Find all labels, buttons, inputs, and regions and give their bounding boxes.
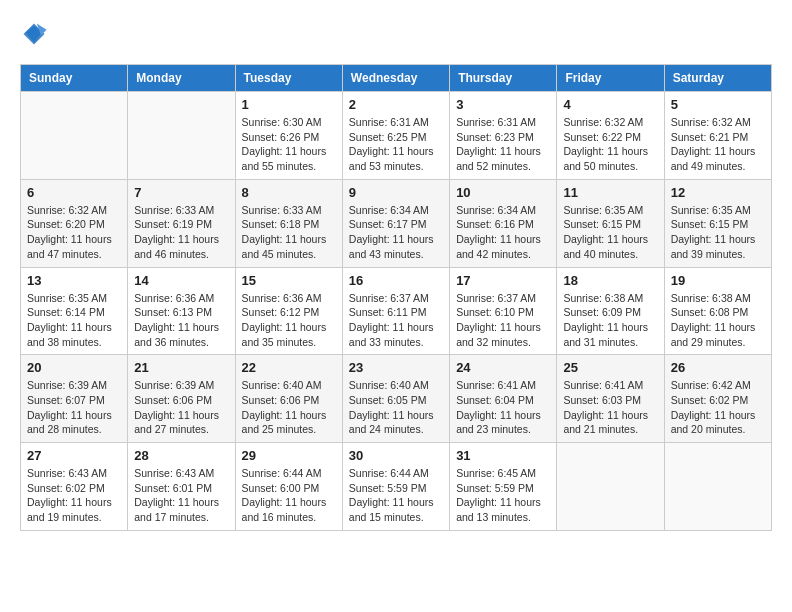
day-number: 16 <box>349 273 443 288</box>
day-info: Sunrise: 6:31 AMSunset: 6:25 PMDaylight:… <box>349 115 443 174</box>
calendar-cell: 15Sunrise: 6:36 AMSunset: 6:12 PMDayligh… <box>235 267 342 355</box>
calendar-week-3: 13Sunrise: 6:35 AMSunset: 6:14 PMDayligh… <box>21 267 772 355</box>
day-info: Sunrise: 6:34 AMSunset: 6:16 PMDaylight:… <box>456 203 550 262</box>
day-info: Sunrise: 6:39 AMSunset: 6:06 PMDaylight:… <box>134 378 228 437</box>
logo-icon <box>20 20 48 48</box>
day-number: 8 <box>242 185 336 200</box>
day-info: Sunrise: 6:40 AMSunset: 6:06 PMDaylight:… <box>242 378 336 437</box>
calendar-cell: 10Sunrise: 6:34 AMSunset: 6:16 PMDayligh… <box>450 179 557 267</box>
calendar-cell: 29Sunrise: 6:44 AMSunset: 6:00 PMDayligh… <box>235 443 342 531</box>
calendar-cell: 5Sunrise: 6:32 AMSunset: 6:21 PMDaylight… <box>664 92 771 180</box>
calendar-cell: 19Sunrise: 6:38 AMSunset: 6:08 PMDayligh… <box>664 267 771 355</box>
calendar-cell: 27Sunrise: 6:43 AMSunset: 6:02 PMDayligh… <box>21 443 128 531</box>
day-info: Sunrise: 6:44 AMSunset: 6:00 PMDaylight:… <box>242 466 336 525</box>
day-info: Sunrise: 6:31 AMSunset: 6:23 PMDaylight:… <box>456 115 550 174</box>
calendar-cell: 18Sunrise: 6:38 AMSunset: 6:09 PMDayligh… <box>557 267 664 355</box>
calendar-cell: 9Sunrise: 6:34 AMSunset: 6:17 PMDaylight… <box>342 179 449 267</box>
day-info: Sunrise: 6:43 AMSunset: 6:02 PMDaylight:… <box>27 466 121 525</box>
calendar-cell: 24Sunrise: 6:41 AMSunset: 6:04 PMDayligh… <box>450 355 557 443</box>
day-number: 2 <box>349 97 443 112</box>
calendar-cell: 26Sunrise: 6:42 AMSunset: 6:02 PMDayligh… <box>664 355 771 443</box>
calendar-cell: 28Sunrise: 6:43 AMSunset: 6:01 PMDayligh… <box>128 443 235 531</box>
logo <box>20 20 52 48</box>
day-number: 9 <box>349 185 443 200</box>
day-number: 1 <box>242 97 336 112</box>
day-number: 11 <box>563 185 657 200</box>
day-number: 25 <box>563 360 657 375</box>
day-info: Sunrise: 6:40 AMSunset: 6:05 PMDaylight:… <box>349 378 443 437</box>
calendar-week-4: 20Sunrise: 6:39 AMSunset: 6:07 PMDayligh… <box>21 355 772 443</box>
day-info: Sunrise: 6:42 AMSunset: 6:02 PMDaylight:… <box>671 378 765 437</box>
day-info: Sunrise: 6:41 AMSunset: 6:04 PMDaylight:… <box>456 378 550 437</box>
day-number: 18 <box>563 273 657 288</box>
column-header-wednesday: Wednesday <box>342 65 449 92</box>
day-number: 5 <box>671 97 765 112</box>
day-number: 15 <box>242 273 336 288</box>
day-number: 3 <box>456 97 550 112</box>
day-number: 17 <box>456 273 550 288</box>
day-number: 13 <box>27 273 121 288</box>
calendar-cell: 30Sunrise: 6:44 AMSunset: 5:59 PMDayligh… <box>342 443 449 531</box>
day-info: Sunrise: 6:38 AMSunset: 6:09 PMDaylight:… <box>563 291 657 350</box>
day-info: Sunrise: 6:39 AMSunset: 6:07 PMDaylight:… <box>27 378 121 437</box>
column-header-friday: Friday <box>557 65 664 92</box>
calendar-cell <box>557 443 664 531</box>
column-header-thursday: Thursday <box>450 65 557 92</box>
day-number: 29 <box>242 448 336 463</box>
calendar-table: SundayMondayTuesdayWednesdayThursdayFrid… <box>20 64 772 531</box>
day-info: Sunrise: 6:36 AMSunset: 6:13 PMDaylight:… <box>134 291 228 350</box>
day-number: 10 <box>456 185 550 200</box>
day-info: Sunrise: 6:34 AMSunset: 6:17 PMDaylight:… <box>349 203 443 262</box>
calendar-cell: 31Sunrise: 6:45 AMSunset: 5:59 PMDayligh… <box>450 443 557 531</box>
day-number: 6 <box>27 185 121 200</box>
calendar-cell: 12Sunrise: 6:35 AMSunset: 6:15 PMDayligh… <box>664 179 771 267</box>
day-info: Sunrise: 6:41 AMSunset: 6:03 PMDaylight:… <box>563 378 657 437</box>
day-info: Sunrise: 6:44 AMSunset: 5:59 PMDaylight:… <box>349 466 443 525</box>
calendar-week-5: 27Sunrise: 6:43 AMSunset: 6:02 PMDayligh… <box>21 443 772 531</box>
day-info: Sunrise: 6:32 AMSunset: 6:20 PMDaylight:… <box>27 203 121 262</box>
day-info: Sunrise: 6:35 AMSunset: 6:15 PMDaylight:… <box>671 203 765 262</box>
column-header-saturday: Saturday <box>664 65 771 92</box>
day-info: Sunrise: 6:38 AMSunset: 6:08 PMDaylight:… <box>671 291 765 350</box>
day-number: 12 <box>671 185 765 200</box>
calendar-cell: 17Sunrise: 6:37 AMSunset: 6:10 PMDayligh… <box>450 267 557 355</box>
calendar-cell <box>128 92 235 180</box>
day-number: 14 <box>134 273 228 288</box>
day-info: Sunrise: 6:30 AMSunset: 6:26 PMDaylight:… <box>242 115 336 174</box>
calendar-week-2: 6Sunrise: 6:32 AMSunset: 6:20 PMDaylight… <box>21 179 772 267</box>
page-header <box>20 20 772 48</box>
day-info: Sunrise: 6:43 AMSunset: 6:01 PMDaylight:… <box>134 466 228 525</box>
day-number: 24 <box>456 360 550 375</box>
calendar-cell: 3Sunrise: 6:31 AMSunset: 6:23 PMDaylight… <box>450 92 557 180</box>
day-info: Sunrise: 6:33 AMSunset: 6:19 PMDaylight:… <box>134 203 228 262</box>
day-number: 26 <box>671 360 765 375</box>
day-info: Sunrise: 6:37 AMSunset: 6:10 PMDaylight:… <box>456 291 550 350</box>
day-info: Sunrise: 6:33 AMSunset: 6:18 PMDaylight:… <box>242 203 336 262</box>
day-info: Sunrise: 6:32 AMSunset: 6:21 PMDaylight:… <box>671 115 765 174</box>
calendar-cell: 6Sunrise: 6:32 AMSunset: 6:20 PMDaylight… <box>21 179 128 267</box>
day-number: 20 <box>27 360 121 375</box>
calendar-cell: 1Sunrise: 6:30 AMSunset: 6:26 PMDaylight… <box>235 92 342 180</box>
calendar-cell: 13Sunrise: 6:35 AMSunset: 6:14 PMDayligh… <box>21 267 128 355</box>
day-number: 22 <box>242 360 336 375</box>
day-number: 19 <box>671 273 765 288</box>
day-number: 21 <box>134 360 228 375</box>
day-number: 31 <box>456 448 550 463</box>
calendar-cell: 4Sunrise: 6:32 AMSunset: 6:22 PMDaylight… <box>557 92 664 180</box>
calendar-cell: 2Sunrise: 6:31 AMSunset: 6:25 PMDaylight… <box>342 92 449 180</box>
calendar-header-row: SundayMondayTuesdayWednesdayThursdayFrid… <box>21 65 772 92</box>
day-number: 23 <box>349 360 443 375</box>
calendar-cell <box>664 443 771 531</box>
day-number: 27 <box>27 448 121 463</box>
day-info: Sunrise: 6:35 AMSunset: 6:14 PMDaylight:… <box>27 291 121 350</box>
column-header-monday: Monday <box>128 65 235 92</box>
calendar-cell: 7Sunrise: 6:33 AMSunset: 6:19 PMDaylight… <box>128 179 235 267</box>
calendar-cell <box>21 92 128 180</box>
day-number: 7 <box>134 185 228 200</box>
day-number: 4 <box>563 97 657 112</box>
calendar-cell: 14Sunrise: 6:36 AMSunset: 6:13 PMDayligh… <box>128 267 235 355</box>
day-info: Sunrise: 6:37 AMSunset: 6:11 PMDaylight:… <box>349 291 443 350</box>
day-number: 30 <box>349 448 443 463</box>
calendar-cell: 11Sunrise: 6:35 AMSunset: 6:15 PMDayligh… <box>557 179 664 267</box>
calendar-cell: 23Sunrise: 6:40 AMSunset: 6:05 PMDayligh… <box>342 355 449 443</box>
